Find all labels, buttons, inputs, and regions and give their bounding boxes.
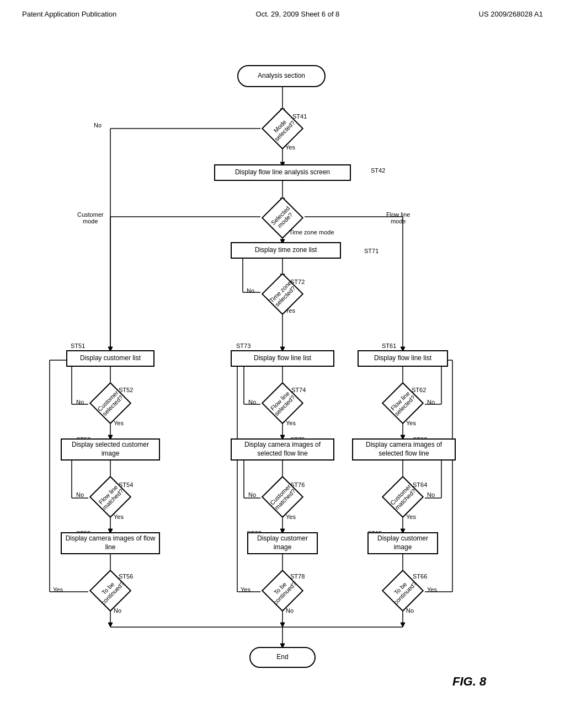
customer-matched-76-diamond: Customermatched? [260,480,305,513]
to-be-continued-56-diamond: To becontinued? [88,574,132,607]
display-camera-images-flow-line-node: Display camera images of flow line [61,532,160,554]
header-right: US 2009/268028 A1 [479,10,543,18]
st61-label: ST61 [382,342,396,349]
to-be-continued-66-diamond: To becontinued? [381,574,425,607]
to-be-continued-78-diamond: To becontinued? [260,574,305,607]
st78-yes-label: Yes [241,586,250,593]
st74-no-label: No [248,399,256,405]
flow-line-mode-label: Flow linemode [386,211,410,224]
st56-yes-label: Yes [53,586,63,593]
end-node: End [249,647,316,668]
diagram-area: Analysis section ST41 No Modeselected? Y… [0,24,565,697]
st41-yes-label: Yes [285,144,295,151]
st42-label: ST42 [371,167,385,174]
display-time-zone-list-node: Display time zone list [231,242,341,259]
display-flow-line-list-61-node: Display flow line list [358,350,448,367]
display-selected-customer-image-node: Display selected customer image [61,438,160,461]
customer-matched-64-diamond: Customermatched? [381,480,425,513]
st41-no-label: No [94,122,102,129]
display-customer-image-65-node: Display customer image [367,532,438,554]
st72-no-label: No [247,287,254,294]
display-customer-list-node: Display customer list [66,350,154,367]
flow-line-selected-62-diamond: Flow lineselected? [381,387,425,420]
st64-yes-label: Yes [406,513,416,520]
figure-label: FIG. 8 [452,675,486,689]
display-camera-images-63-node: Display camera images of selected flow l… [352,438,456,461]
st51-label: ST51 [71,342,85,349]
st76-yes-label: Yes [286,513,296,520]
end-label: End [276,653,288,662]
analysis-section-node: Analysis section [237,65,326,87]
page-header: Patent Application Publication Oct. 29, … [0,0,565,24]
st52-yes-label: Yes [114,420,124,426]
customer-mode-label: Customermode [77,211,104,224]
time-zone-mode-label: Time zone mode [289,229,334,235]
st74-yes-label: Yes [286,420,296,426]
st76-no-label: No [248,491,256,498]
customer-selected-diamond: Customerselected? [88,387,132,420]
display-camera-images-75-node: Display camera images of selected flow l… [231,438,334,461]
display-flow-line-analysis-node: Display flow line analysis screen [214,164,351,181]
header-center: Oct. 29, 2009 Sheet 6 of 8 [256,10,340,18]
header-left: Patent Application Publication [22,10,116,18]
st64-no-label: No [427,491,435,498]
st78-no-label: No [286,607,294,614]
svg-marker-80 [280,623,285,627]
st54-yes-label: Yes [114,513,124,520]
svg-marker-85 [401,623,405,627]
st52-no-label: No [76,399,84,405]
svg-marker-75 [108,623,113,627]
time-zone-selected-diamond: Time zoneselected? [260,277,305,311]
flow-line-selected-74-diamond: Flow lineselected? [260,387,305,420]
st66-yes-label: Yes [427,586,437,593]
st56-no-label: No [114,607,121,614]
st62-yes-label: Yes [406,420,416,426]
mode-selected-diamond: Modeselected? [260,112,305,145]
flow-line-matched-diamond: Flow linematched? [88,480,132,513]
display-flow-line-list-73-node: Display flow line list [231,350,334,367]
display-customer-image-77-node: Display customer image [247,532,318,554]
st71-label: ST71 [364,248,379,254]
st62-no-label: No [427,399,435,405]
st66-no-label: No [406,607,414,614]
analysis-section-label: Analysis section [258,72,305,81]
st73-label: ST73 [236,342,250,349]
st54-no-label: No [76,491,84,498]
